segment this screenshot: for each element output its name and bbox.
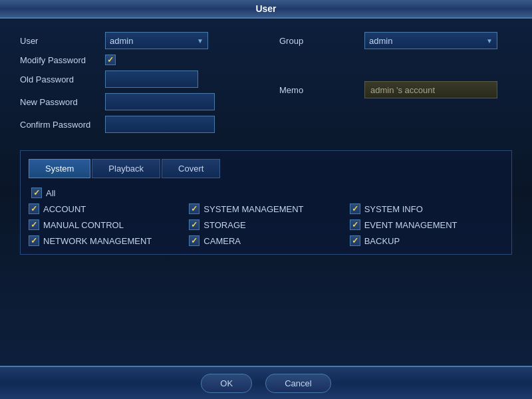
confirm-password-input[interactable]: [105, 116, 215, 133]
permissions-section: System Playback Covert All ACCOUNT SYSTE…: [20, 150, 512, 255]
tab-covert[interactable]: Covert: [162, 159, 220, 178]
all-label: All: [46, 188, 55, 198]
storage-checkbox[interactable]: [189, 219, 200, 230]
account-label: ACCOUNT: [43, 204, 86, 214]
title-bar: User: [0, 0, 532, 19]
event-management-label: EVENT MANAGEMENT: [364, 220, 458, 230]
new-password-row: New Password: [20, 93, 253, 110]
memo-input[interactable]: [364, 81, 497, 98]
network-management-checkbox[interactable]: [29, 235, 39, 246]
old-password-label: Old Password: [20, 74, 100, 84]
event-management-checkbox[interactable]: [350, 219, 360, 230]
new-password-input[interactable]: [105, 93, 215, 110]
form-left: User admin ▼ Modify Password Old Passwor…: [20, 32, 253, 138]
system-management-checkbox[interactable]: [189, 203, 200, 214]
bottom-bar: OK Cancel: [0, 366, 532, 399]
memo-row: Memo: [279, 81, 512, 98]
account-checkbox[interactable]: [29, 203, 39, 214]
group-dropdown[interactable]: admin ▼: [364, 32, 497, 49]
tab-system[interactable]: System: [29, 159, 90, 178]
perm-manual-control: MANUAL CONTROL: [29, 219, 182, 230]
user-label: User: [20, 36, 100, 46]
perm-network-management: NETWORK MANAGEMENT: [29, 235, 182, 246]
all-checkbox[interactable]: [31, 188, 42, 198]
group-dropdown-value: admin: [369, 36, 392, 46]
modify-password-label: Modify Password: [20, 55, 100, 65]
manual-control-label: MANUAL CONTROL: [43, 220, 124, 230]
confirm-password-label: Confirm Password: [20, 120, 100, 130]
perm-backup: BACKUP: [350, 235, 503, 246]
old-password-row: Old Password: [20, 70, 253, 88]
camera-label: CAMERA: [203, 236, 241, 246]
group-row: Group admin ▼: [279, 32, 512, 49]
system-management-label: SYSTEM MANAGEMENT: [203, 204, 303, 214]
manual-control-checkbox[interactable]: [29, 219, 39, 230]
perm-system-info: SYSTEM INFO: [350, 203, 503, 214]
network-management-label: NETWORK MANAGEMENT: [43, 236, 152, 246]
perm-event-management: EVENT MANAGEMENT: [350, 219, 503, 230]
main-content: User admin ▼ Modify Password Old Passwor…: [0, 19, 532, 366]
cancel-button[interactable]: Cancel: [265, 374, 331, 393]
permissions-grid: ACCOUNT SYSTEM MANAGEMENT SYSTEM INFO MA…: [29, 203, 503, 246]
user-dropdown-arrow-icon: ▼: [197, 37, 203, 45]
permission-all: All: [31, 188, 503, 198]
group-label: Group: [279, 36, 359, 46]
memo-label: Memo: [279, 85, 359, 95]
system-info-checkbox[interactable]: [350, 203, 360, 214]
ok-button[interactable]: OK: [201, 374, 252, 393]
storage-label: STORAGE: [203, 220, 245, 230]
confirm-password-row: Confirm Password: [20, 116, 253, 133]
modify-password-row: Modify Password: [20, 55, 253, 65]
new-password-label: New Password: [20, 97, 100, 107]
tab-playback[interactable]: Playback: [92, 159, 160, 178]
modify-password-checkbox[interactable]: [105, 55, 116, 65]
user-row: User admin ▼: [20, 32, 253, 49]
backup-checkbox[interactable]: [350, 235, 360, 246]
form-right: Group admin ▼ Memo: [279, 32, 512, 138]
perm-storage: STORAGE: [189, 219, 342, 230]
perm-account: ACCOUNT: [29, 203, 182, 214]
old-password-input[interactable]: [105, 70, 198, 88]
user-dropdown-value: admin: [110, 36, 133, 46]
system-info-label: SYSTEM INFO: [364, 204, 423, 214]
tabs-header: System Playback Covert: [29, 159, 503, 178]
group-dropdown-arrow-icon: ▼: [486, 37, 493, 45]
perm-system-management: SYSTEM MANAGEMENT: [189, 203, 342, 214]
backup-label: BACKUP: [364, 236, 400, 246]
page-title: User: [255, 3, 276, 14]
user-dropdown[interactable]: admin ▼: [105, 32, 208, 49]
camera-checkbox[interactable]: [189, 235, 200, 246]
perm-camera: CAMERA: [189, 235, 342, 246]
